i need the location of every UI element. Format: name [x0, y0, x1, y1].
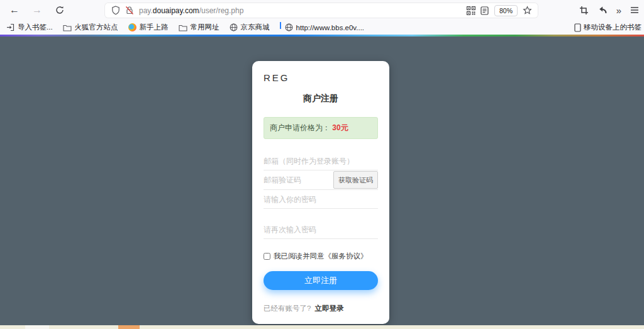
mobile-bookmarks[interactable]: 移动设备上的书签 [574, 23, 641, 32]
page-background: REG 商户注册 商户申请价格为： 30元 获取验证码 我已阅读并同意《服务协议… [0, 36, 644, 325]
agreement-row: 我已阅读并同意《服务协议》 [264, 252, 378, 261]
verify-code-group: 获取验证码 [264, 170, 378, 190]
forward-button[interactable]: → [29, 2, 45, 18]
globe-icon [285, 23, 293, 31]
bookmark-label: 火狐官方站点 [75, 23, 118, 32]
password-field-group [264, 190, 378, 209]
page-title: 商户注册 [264, 93, 378, 104]
login-link[interactable]: 立即登录 [315, 304, 344, 312]
firefox-icon [128, 23, 136, 31]
bookmark-label: 京东商城 [241, 23, 270, 32]
password-confirm-field-group [264, 220, 378, 239]
register-button[interactable]: 立即注册 [264, 271, 378, 290]
bookmark-label: 新手上路 [140, 23, 169, 32]
have-account-text: 已经有账号了? [264, 304, 311, 312]
import-icon [6, 23, 14, 31]
bookmark-jd-mall[interactable]: 京东商城 [230, 23, 270, 32]
bookmarks-bar: 导入书签... 火狐官方站点 新手上路 常用网址 京东商城 http://www… [0, 20, 644, 35]
url-domain: douaipay.com [153, 6, 199, 15]
browser-toolbar: ← → pay.douaipay.com/user/reg.php [0, 0, 644, 20]
mobile-bookmarks-label: 移动设备上的书签 [584, 23, 641, 32]
globe-icon [230, 23, 238, 31]
price-notice-text: 商户申请价格为： [270, 123, 330, 132]
shield-icon[interactable] [109, 4, 123, 17]
url-bar[interactable]: pay.douaipay.com/user/reg.php 80% [105, 3, 538, 18]
drag-indicator-caret [280, 22, 281, 29]
email-field-group [264, 152, 378, 170]
brand-title: REG [264, 72, 378, 83]
folder-icon [63, 24, 72, 31]
insecure-lock-icon[interactable] [123, 4, 136, 17]
register-card: REG 商户注册 商户申请价格为： 30元 获取验证码 我已阅读并同意《服务协议… [252, 61, 389, 324]
overflow-menu-chevron[interactable]: » [616, 6, 621, 15]
zoom-level-button[interactable]: 80% [494, 5, 518, 16]
url-text: pay.douaipay.com/user/reg.php [139, 6, 243, 15]
price-notice: 商户申请价格为： 30元 [264, 117, 378, 139]
get-code-button[interactable]: 获取验证码 [333, 171, 378, 189]
bookmark-folder-firefox-official[interactable]: 火狐官方站点 [63, 23, 118, 32]
refresh-button[interactable] [52, 2, 68, 18]
verify-code-input[interactable] [264, 170, 333, 189]
bottom-edge-strip [0, 325, 644, 329]
refresh-icon [55, 6, 64, 14]
password-input[interactable] [264, 190, 378, 209]
screenshot-crop-icon[interactable] [579, 6, 589, 15]
bookmark-label: 常用网址 [191, 23, 219, 32]
bookmark-star-icon[interactable] [520, 4, 534, 17]
url-path: /user/reg.php [199, 6, 244, 15]
bottom-strip-orange-segment [118, 325, 140, 329]
mobile-phone-icon [574, 23, 581, 32]
agree-checkbox[interactable] [264, 253, 270, 260]
password-confirm-input[interactable] [264, 220, 378, 239]
bookmark-folder-common-sites[interactable]: 常用网址 [179, 23, 219, 32]
bottom-strip-white-segment [25, 325, 49, 329]
url-prefix: pay. [139, 6, 153, 15]
back-button[interactable]: ← [6, 2, 23, 18]
email-input[interactable] [264, 152, 378, 170]
card-footer: 已经有账号了? 立即登录 [264, 304, 378, 313]
bookmark-bbs-link[interactable]: http://www.bbs.e0v.... [285, 23, 364, 31]
agree-label[interactable]: 我已阅读并同意《服务协议》 [274, 252, 368, 261]
price-value: 30元 [332, 123, 348, 132]
bookmark-getting-started[interactable]: 新手上路 [128, 23, 169, 32]
bookmark-label: http://www.bbs.e0v.... [296, 24, 364, 31]
reader-mode-icon[interactable] [478, 4, 492, 17]
folder-icon [179, 24, 187, 31]
hamburger-menu-icon[interactable] [630, 6, 639, 14]
undo-arrow-icon[interactable] [597, 6, 608, 15]
bookmark-import[interactable]: 导入书签... [6, 23, 53, 32]
qr-code-icon[interactable] [464, 4, 478, 17]
bookmark-label: 导入书签... [18, 23, 53, 32]
